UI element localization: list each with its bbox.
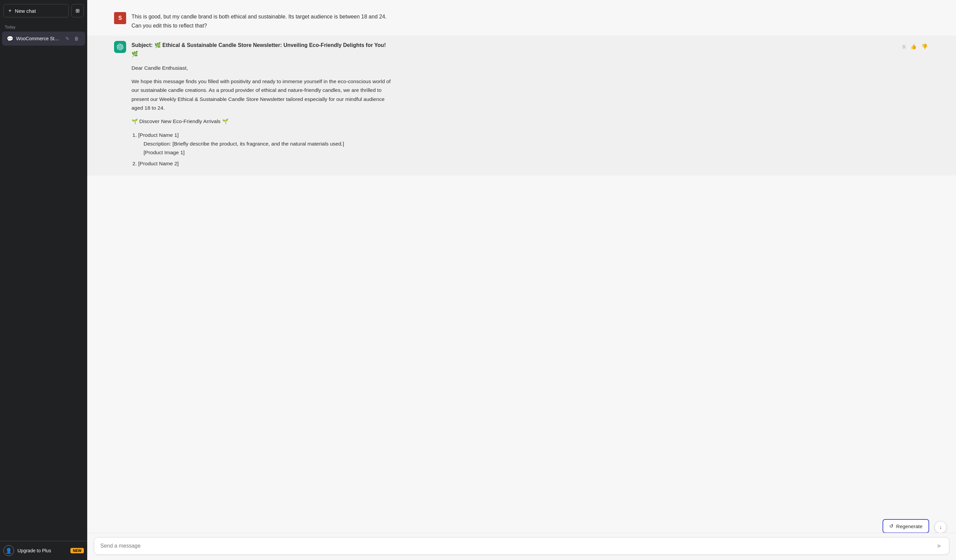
send-button[interactable]: ➤	[935, 542, 943, 550]
list-item: [Product Name 2]	[138, 159, 393, 168]
response-body: Dear Candle Enthusiast, We hope this mes…	[132, 64, 393, 168]
chat-input-wrapper: ➤	[94, 537, 949, 555]
product-description: Description: [Briefly describe the produ…	[143, 140, 393, 148]
user-message-row: S This is good, but my candle brand is b…	[87, 7, 956, 36]
delete-chat-button[interactable]: 🗑	[72, 35, 80, 42]
chevron-down-icon: ↓	[939, 524, 942, 530]
chat-input-area: ➤	[87, 533, 956, 560]
product-image-placeholder: [Product Image 1]	[143, 148, 393, 157]
greeting-text: Dear Candle Enthusiast,	[132, 64, 393, 72]
copy-button[interactable]: ⎘	[901, 42, 907, 51]
user-icon: 👤	[3, 545, 14, 556]
chat-input[interactable]	[100, 543, 935, 549]
user-message-text: This is good, but my candle brand is bot…	[132, 12, 393, 30]
toggle-icon: ⊞	[75, 8, 80, 14]
assistant-avatar	[114, 41, 126, 53]
chat-item-left: 💬 WooCommerce Store	[7, 36, 61, 42]
new-chat-label: New chat	[15, 8, 36, 14]
sidebar-item-woocommerce[interactable]: 💬 WooCommerce Store ✎ 🗑	[2, 31, 85, 45]
edit-chat-button[interactable]: ✎	[64, 35, 71, 42]
sidebar: + New chat ⊞ Today 💬 WooCommerce Store ✎…	[0, 0, 87, 560]
regenerate-label: Regenerate	[896, 524, 923, 529]
main-panel: S This is good, but my candle brand is b…	[87, 0, 956, 560]
new-badge: NEW	[71, 548, 84, 553]
product-list: [Product Name 1] Description: [Briefly d…	[138, 131, 393, 168]
body-text: We hope this message finds you filled wi…	[132, 77, 393, 112]
new-chat-button[interactable]: + New chat	[3, 4, 69, 17]
chat-item-label: WooCommerce Store	[16, 36, 61, 41]
assistant-message-content: Subject: 🌿 Ethical & Sustainable Candle …	[132, 41, 393, 170]
regenerate-button[interactable]: ↺ Regenerate	[882, 519, 929, 533]
message-actions: ⎘ 👍 👎	[901, 41, 929, 51]
section-heading: 🌱 Discover New Eco-Friendly Arrivals 🌱	[132, 117, 393, 126]
scroll-down-button[interactable]: ↓	[934, 521, 947, 533]
section-today-label: Today	[0, 22, 87, 31]
user-avatar: S	[114, 12, 126, 24]
assistant-message-row: Subject: 🌿 Ethical & Sustainable Candle …	[87, 36, 956, 176]
send-icon: ➤	[937, 542, 942, 550]
chat-messages: S This is good, but my candle brand is b…	[87, 0, 956, 533]
sidebar-header: + New chat ⊞	[0, 0, 87, 22]
thumbs-up-button[interactable]: 👍	[909, 42, 918, 51]
user-message-content: This is good, but my candle brand is bot…	[132, 12, 393, 30]
upgrade-footer[interactable]: 👤 Upgrade to Plus NEW	[0, 541, 87, 560]
thumbs-down-button[interactable]: 👎	[920, 42, 929, 51]
sidebar-toggle-button[interactable]: ⊞	[71, 4, 84, 17]
chat-item-actions: ✎ 🗑	[64, 35, 80, 42]
email-subject: Subject: 🌿 Ethical & Sustainable Candle …	[132, 41, 393, 58]
list-item: [Product Name 1] Description: [Briefly d…	[138, 131, 393, 157]
upgrade-label: Upgrade to Plus	[17, 548, 67, 553]
regenerate-icon: ↺	[889, 523, 894, 529]
chat-bubble-icon: 💬	[7, 36, 13, 42]
response-header: Subject: 🌿 Ethical & Sustainable Candle …	[114, 41, 929, 170]
plus-icon: +	[8, 8, 11, 14]
